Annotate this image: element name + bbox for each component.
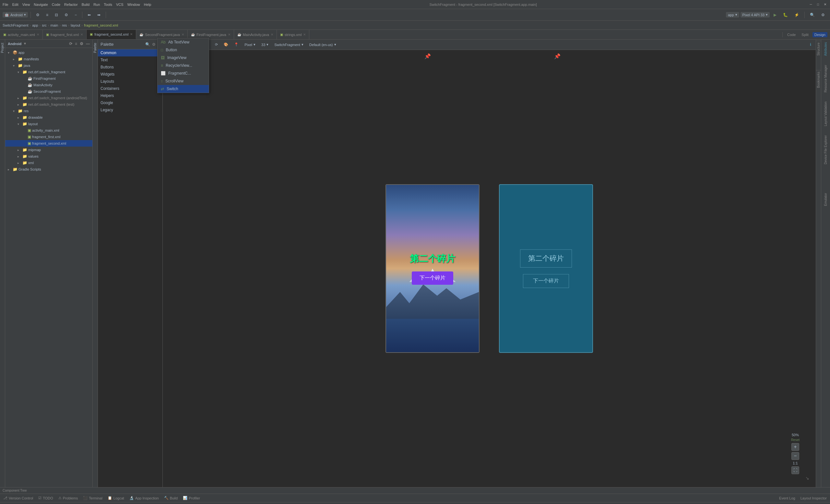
menu-navigate[interactable]: Navigate [34,3,47,6]
palette-cat-text[interactable]: Text [98,57,162,64]
breadcrumb-item-res[interactable]: res [62,23,67,27]
toolbar-config[interactable]: ⚙ [62,12,71,18]
breadcrumb-item-main[interactable]: main [51,23,58,27]
menu-refactor[interactable]: Refactor [64,3,78,6]
palette-item-imageview[interactable]: 🖼 ImageView [158,54,209,62]
palette-item-switch[interactable]: ⇄ Switch [158,85,209,93]
menu-view[interactable]: View [22,3,30,6]
app-inspection-tab[interactable]: 🔬 App Inspection [129,496,159,500]
tree-mipmap[interactable]: ▸ 📁 mipmap [5,147,92,153]
palette-cat-widgets[interactable]: Widgets [98,71,162,78]
toolbar-forward[interactable]: ➡ [95,12,103,18]
palette-item-fragment[interactable]: ⬜ FragmentC... [158,69,209,77]
palette-label[interactable]: Palette [93,41,98,55]
event-log-btn[interactable]: Event Log [779,496,795,500]
menu-bar[interactable]: File Edit View Navigate Code Refactor Bu… [3,3,151,6]
hide-icon[interactable]: — [86,41,90,46]
tree-fragment-first-xml[interactable]: ▸ ▣ fragment_first.xml [5,134,92,140]
fullscreen-btn[interactable]: ⛶ [791,466,799,474]
palette-item-textview[interactable]: Ab Ab TextView [158,38,209,46]
design-view-tab[interactable]: Design [812,32,827,37]
breadcrumb-item-src[interactable]: src [42,23,47,27]
bookmarks-label[interactable]: Bookmarks [816,70,821,89]
run-button[interactable]: ▶ [771,12,779,18]
emulator-tab[interactable]: Emulator [823,192,828,207]
tree-layout[interactable]: ▾ 📁 layout [5,121,92,127]
breadcrumb-item-project[interactable]: SwitchFragment [3,23,28,27]
menu-help[interactable]: Help [144,3,151,6]
toolbar-layout[interactable]: ≡ [43,12,51,18]
search-button[interactable]: 🔍 [807,12,817,18]
tree-second-fragment[interactable]: ▸ ☕ SecondFragment [5,88,92,95]
palette-cat-common[interactable]: Common [98,49,162,57]
menu-code[interactable]: Code [52,3,60,6]
canvas-zoom-dropdown[interactable]: 33 ▾ [259,42,270,48]
structure-label[interactable]: Structure [816,41,821,57]
tab-close-first-fragment[interactable]: ✕ [228,33,230,36]
logcat-tab[interactable]: 📋 Logcat [108,496,124,500]
tree-drawable[interactable]: ▸ 📁 drawable [5,114,92,121]
tree-xml[interactable]: ▸ 📁 xml [5,160,92,166]
resource-manager-tab[interactable]: Resource Manager [823,64,828,94]
tab-close-fragment-first[interactable]: ✕ [81,33,83,36]
attributes-tab[interactable]: Attributes [823,41,828,57]
profile-button[interactable]: ⚡ [792,12,802,18]
window-controls[interactable]: ─ □ ✕ [808,2,827,7]
toolbar-settings[interactable]: ⚙ [33,12,42,18]
breadcrumb-item-app[interactable]: app [32,23,38,27]
tab-close-strings[interactable]: ✕ [303,33,306,36]
toolbar-split[interactable]: ⊟ [52,12,61,18]
menu-tools[interactable]: Tools [104,3,112,6]
canvas-locale-btn[interactable]: 📍 [232,42,241,48]
android-dropdown[interactable]: Android [8,42,22,46]
canvas-theme-btn[interactable]: 🎨 [222,42,230,48]
tab-main-activity[interactable]: ☕ MainActivity.java ✕ [234,30,277,39]
menu-vcs[interactable]: VCS [116,3,124,6]
project-side-tab[interactable]: Project [0,39,5,487]
toolbar-minus[interactable]: − [72,12,79,18]
canvas-device-dropdown[interactable]: Pixel ▾ [243,42,257,48]
tab-close-fragment-second[interactable]: ✕ [130,32,133,36]
palette-search-icon[interactable]: 🔍 [145,42,150,47]
tree-values[interactable]: ▸ 📁 values [5,153,92,160]
tree-first-fragment[interactable]: ▸ ☕ FirstFragment [5,75,92,82]
zoom-reset-btn[interactable]: Reset [791,438,800,442]
tree-fragment-second-xml[interactable]: ▸ ▣ fragment_second.xml [5,140,92,147]
menu-file[interactable]: File [3,3,8,6]
blueprint-btn[interactable]: 下一个碎片 [523,274,569,288]
todo-tab[interactable]: ☑ TODO [38,496,53,500]
palette-cat-layouts[interactable]: Layouts [98,78,162,85]
tab-fragment-first[interactable]: ▣ fragment_first.xml ✕ [43,30,87,39]
preview-button[interactable]: 下一个碎片 [412,272,453,285]
resize-handle[interactable]: ↘ [805,475,809,481]
palette-item-button[interactable]: □ Button [158,46,209,54]
palette-item-scrollview[interactable]: ↕ ScrollView [158,77,209,85]
zoom-in-btn[interactable]: + [791,443,799,451]
menu-edit[interactable]: Edit [12,3,19,6]
palette-cat-helpers[interactable]: Helpers [98,92,162,99]
collapse-icon[interactable]: ≡ [75,41,77,46]
tab-activity-main[interactable]: ▣ activity_main.xml ✕ [0,30,43,39]
tab-close-activity-main[interactable]: ✕ [37,33,39,36]
tree-main-activity[interactable]: ▸ ☕ MainActivity [5,82,92,88]
debug-button[interactable]: 🐛 [780,12,791,18]
device-dropdown[interactable]: Pixel 4 API 33 ▾ [740,12,770,18]
minimize-button[interactable]: ─ [808,2,813,7]
layout-validation-tab[interactable]: Layout Validation [823,100,828,127]
device-file-explorer-tab[interactable]: Device File Explorer [823,134,828,165]
palette-cat-legacy[interactable]: Legacy [98,106,162,114]
close-button[interactable]: ✕ [823,2,827,7]
tree-manifests[interactable]: ▸ 📁 manifests [5,56,92,62]
canvas-locale-dropdown[interactable]: Default (en-us) ▾ [307,42,338,48]
settings-icon[interactable]: ⚙ [80,41,83,46]
version-control-tab[interactable]: ⎇ Version Control [3,496,33,500]
palette-cat-buttons[interactable]: Buttons [98,64,162,71]
tab-strings[interactable]: ▣ strings.xml ✕ [277,30,310,39]
tab-close-second-fragment[interactable]: ✕ [182,33,184,36]
project-label[interactable]: Project [0,41,5,55]
sync-icon[interactable]: ⟳ [69,41,72,46]
tree-res[interactable]: ▾ 📁 res [5,108,92,114]
menu-run[interactable]: Run [93,3,100,6]
terminal-tab[interactable]: ⬛ Terminal [83,496,102,500]
project-selector[interactable]: 🤖 Android ▾ [3,12,28,18]
